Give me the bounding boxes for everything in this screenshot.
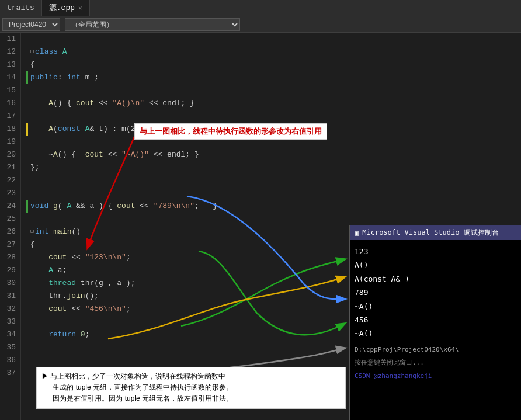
code-line-17 [26,110,521,123]
tab-source-label: 源.cpp [49,0,75,16]
console-line-destructor2: ~A() [355,327,516,340]
app-container: traits 源.cpp ✕ Project0420 （全局范围） 11 12 … [0,0,521,420]
tab-bar: traits 源.cpp ✕ [0,0,521,16]
console-footer: CSDN @zhangzhangkeji [355,370,516,382]
code-line-12: ⊟class A [26,46,521,58]
code-line-24: void g( A && a ) { cout << "789\n\n"; } [26,200,521,213]
console-icon: ▣ [355,229,359,237]
annotation-top-text: 与上一图相比，线程中待执行函数的形参改为右值引用 [140,127,322,136]
toolbar: Project0420 （全局范围） [0,16,521,33]
tab-source[interactable]: 源.cpp ✕ [42,0,90,16]
code-line-11 [26,33,521,46]
code-line-20: ~A() { cout << "~A()" << endl; } [26,148,521,161]
annotation-bottom-line2: 生成的 tuple 元组，直接作为了线程中待执行函数的形参。 [41,382,341,393]
console-line-123: 123 [355,245,516,258]
code-line-14: public: int m ; [26,71,521,84]
tab-traits[interactable]: traits [0,0,42,16]
code-line-15 [26,84,521,97]
console-line-destructor1: ~A() [355,300,516,313]
console-title: Microsoft Visual Studio 调试控制台 [362,228,498,238]
annotation-bottom-line3: 因为是右值引用。因为 tuple 元组无名，故左值引用非法。 [41,393,341,404]
console-line-456: 456 [355,313,516,327]
line-numbers: 11 12 13 14 15 16 17 18 19 20 21 22 23 2… [0,33,21,420]
annotation-bottom-line1: ▶ 与上图相比，少了一次对象构造，说明在线程构造函数中 [41,371,341,382]
code-line-13: { [26,58,521,71]
console-line-aconst: A(const A& ) [355,272,516,286]
code-line-22 [26,174,521,187]
tab-close-icon[interactable]: ✕ [78,0,82,16]
tab-traits-label: traits [7,0,34,16]
console-panel: ▣ Microsoft Visual Studio 调试控制台 123 A() … [349,225,521,420]
console-line-a: A() [355,258,516,272]
scope-select[interactable]: （全局范围） [65,18,240,31]
annotation-top-box: 与上一图相比，线程中待执行函数的形参改为右值引用 [134,123,327,140]
code-line-16: A() { cout << "A()\n" << endl; } [26,97,521,110]
console-path: D:\cppProj\Project0420\x64\ [355,344,516,356]
line1-bullet: ▶ [41,372,50,380]
console-titlebar: ▣ Microsoft Visual Studio 调试控制台 [350,225,521,240]
console-close-hint: 按任意键关闭此窗口... [355,357,516,369]
annotation-bottom-box: ▶ 与上图相比，少了一次对象构造，说明在线程构造函数中 生成的 tuple 元组… [36,367,346,409]
code-line-21: }; [26,161,521,174]
console-line-789: 789 [355,286,516,299]
project-select[interactable]: Project0420 [2,18,60,31]
code-line-23 [26,187,521,200]
console-body: 123 A() A(const A& ) 789 ~A() 456 ~A() D… [350,240,521,387]
code-line-25 [26,213,521,225]
editor-area: 11 12 13 14 15 16 17 18 19 20 21 22 23 2… [0,33,521,420]
